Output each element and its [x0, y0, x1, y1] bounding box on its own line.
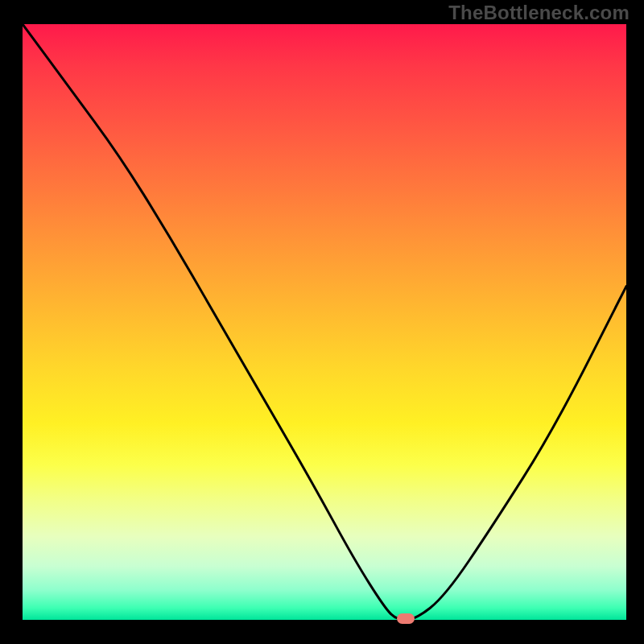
- chart-container: TheBottleneck.com: [0, 0, 644, 644]
- optimal-point-marker: [397, 613, 415, 624]
- bottleneck-curve: [23, 24, 626, 620]
- watermark-text: TheBottleneck.com: [448, 2, 630, 24]
